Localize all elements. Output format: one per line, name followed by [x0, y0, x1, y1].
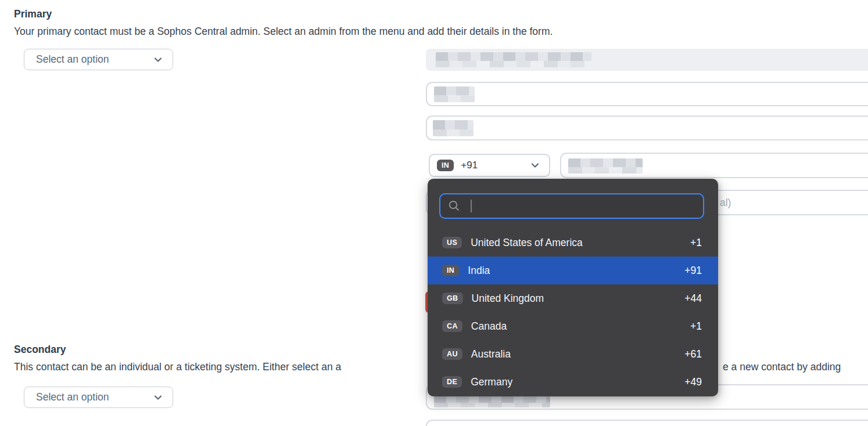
- chevron-down-icon: [152, 392, 164, 403]
- dial-code: +1: [690, 237, 702, 249]
- country-name: Germany: [471, 376, 512, 388]
- secondary-section-description-left: This contact can be an individual or a t…: [14, 361, 341, 373]
- phone-number-input[interactable]: [560, 153, 868, 178]
- country-dial-code: +91: [461, 160, 478, 171]
- primary-admin-select-label: Select an option: [36, 53, 109, 66]
- country-code-select[interactable]: IN +91: [429, 154, 550, 177]
- country-code-badge: IN: [437, 160, 454, 172]
- redacted-secondary-text: [434, 396, 550, 407]
- country-name: United States of America: [471, 237, 583, 249]
- flag-badge: US: [442, 237, 462, 249]
- country-option-in[interactable]: IN India +91: [428, 257, 718, 284]
- country-option-au[interactable]: AU Australia +61: [428, 340, 718, 368]
- chevron-down-icon: [529, 160, 541, 171]
- dial-code: +44: [684, 293, 702, 305]
- dial-code: +1: [690, 320, 702, 333]
- country-dropdown-panel: US United States of America +1 IN India …: [428, 179, 718, 396]
- country-option-us[interactable]: US United States of America +1: [428, 229, 718, 257]
- country-name: United Kingdom: [472, 293, 544, 305]
- first-name-input[interactable]: [426, 82, 868, 106]
- country-search-field[interactable]: [472, 200, 696, 212]
- optional-placeholder-fragment: al): [720, 197, 731, 209]
- country-name: Canada: [471, 320, 507, 333]
- secondary-section-description-right: e a new contact by adding: [723, 361, 841, 373]
- email-field-disabled: [426, 49, 868, 71]
- redacted-email-text: [436, 52, 591, 67]
- flag-badge: DE: [442, 376, 462, 388]
- dial-code: +91: [684, 265, 702, 277]
- primary-section-title: Primary: [14, 8, 52, 20]
- secondary-section-title: Secondary: [14, 344, 66, 356]
- dial-code: +49: [684, 376, 702, 388]
- country-option-ca[interactable]: CA Canada +1: [428, 312, 718, 340]
- country-name: India: [468, 265, 490, 277]
- country-name: Australia: [471, 348, 511, 360]
- country-list: US United States of America +1 IN India …: [428, 229, 718, 396]
- secondary-next-input[interactable]: [426, 420, 868, 426]
- country-option-gb[interactable]: GB United Kingdom +44: [428, 284, 718, 312]
- flag-badge: AU: [442, 348, 462, 360]
- search-icon: [447, 199, 461, 213]
- country-option-de[interactable]: DE Germany +49: [428, 368, 718, 396]
- flag-badge: IN: [442, 265, 459, 277]
- dial-code: +61: [684, 348, 702, 360]
- flag-badge: GB: [442, 293, 463, 305]
- secondary-contact-select-label: Select an option: [36, 391, 109, 403]
- redacted-last-name: [433, 120, 474, 136]
- redacted-phone-number: [568, 158, 643, 174]
- primary-section-description: Your primary contact must be a Sophos Ce…: [14, 26, 553, 38]
- primary-admin-select[interactable]: Select an option: [24, 49, 173, 70]
- flag-badge: CA: [442, 320, 462, 333]
- last-name-input[interactable]: [426, 115, 868, 140]
- chevron-down-icon: [152, 54, 164, 66]
- redacted-first-name: [434, 86, 475, 102]
- contact-details-page: Primary Your primary contact must be a S…: [0, 0, 868, 426]
- secondary-contact-select[interactable]: Select an option: [24, 387, 173, 408]
- country-search-input[interactable]: [439, 193, 704, 219]
